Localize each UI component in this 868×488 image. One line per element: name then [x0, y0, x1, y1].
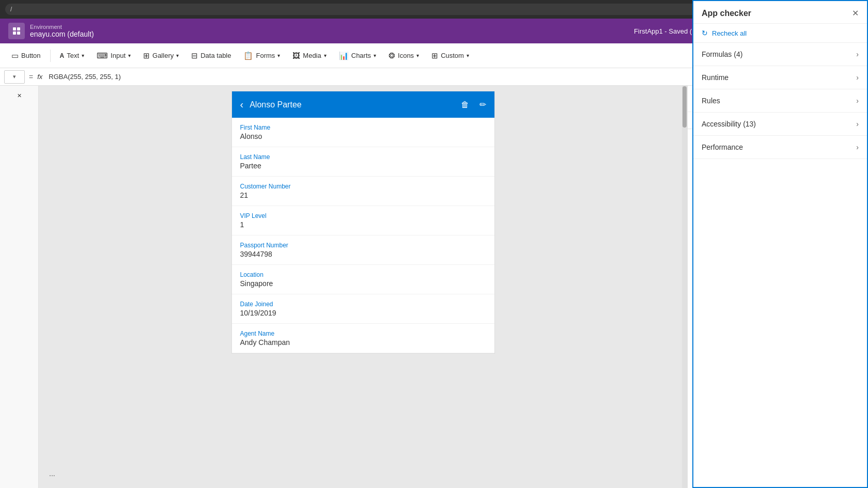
date-joined-label: Date Joined: [240, 301, 486, 308]
env-text: Environment enayu.com (default): [30, 24, 94, 38]
charts-tool-label: Charts: [351, 52, 371, 59]
button-tool-icon: ▭: [11, 51, 19, 60]
icons-tool-label: Icons: [398, 52, 414, 59]
close-panel-btn[interactable]: ✕: [6, 90, 32, 102]
detail-delete-button[interactable]: 🗑: [461, 100, 469, 109]
customer-number-value: 21: [240, 191, 486, 199]
main-area: ✕ ‹ Alonso Partee 🗑 ✏ First Name Alonso …: [0, 86, 868, 488]
forms-tool-icon: 📋: [243, 51, 253, 60]
gallery-tool[interactable]: ⊞ Gallery ▾: [138, 49, 184, 63]
recheck-label: Recheck all: [712, 29, 747, 37]
detail-card: ‹ Alonso Partee 🗑 ✏ First Name Alonso La…: [231, 91, 495, 354]
rules-arrow: ›: [856, 97, 859, 105]
gallery-tool-chevron: ▾: [176, 53, 179, 58]
passport-label: Passport Number: [240, 242, 486, 249]
icons-tool[interactable]: ❂ Icons ▾: [383, 49, 424, 63]
custom-tool[interactable]: ⊞ Custom ▾: [426, 49, 474, 63]
checker-close-button[interactable]: ✕: [852, 8, 859, 18]
canvas-scrollbar-thumb: [683, 86, 687, 128]
formula-fx-label: fx: [37, 73, 42, 81]
detail-fields: First Name Alonso Last Name Partee Custo…: [232, 118, 494, 353]
detail-field-first-name: First Name Alonso: [232, 118, 494, 147]
datatable-tool-icon: ⊟: [191, 51, 198, 60]
icons-tool-icon: ❂: [389, 51, 395, 60]
custom-tool-chevron: ▾: [467, 53, 469, 58]
more-icon: ...: [49, 469, 55, 478]
runtime-arrow: ›: [856, 73, 859, 82]
text-tool[interactable]: A Text ▾: [55, 49, 90, 62]
forms-tool[interactable]: 📋 Forms ▾: [238, 49, 285, 63]
separator-1: [50, 50, 51, 62]
checker-header: App checker ✕: [693, 1, 867, 24]
input-tool[interactable]: ⌨ Input ▾: [91, 49, 136, 63]
env-label: Environment: [30, 24, 94, 30]
left-panel: ✕: [0, 86, 39, 488]
vip-level-value: 1: [240, 221, 486, 229]
detail-field-date-joined: Date Joined 10/19/2019: [232, 294, 494, 324]
detail-back-button[interactable]: ‹: [240, 99, 244, 111]
performance-arrow: ›: [856, 143, 859, 151]
detail-field-vip-level: VIP Level 1: [232, 206, 494, 235]
icons-tool-chevron: ▾: [416, 53, 419, 58]
datatable-tool-label: Data table: [200, 52, 231, 59]
custom-tool-icon: ⊞: [431, 51, 438, 60]
datatable-tool[interactable]: ⊟ Data table: [186, 49, 236, 63]
charts-tool[interactable]: 📊 Charts ▾: [334, 49, 381, 63]
accessibility-arrow: ›: [856, 120, 859, 128]
formulas-label: Formulas (4): [702, 50, 742, 58]
browser-url[interactable]: /: [5, 4, 796, 15]
svg-rect-0: [13, 27, 16, 30]
location-label: Location: [240, 271, 486, 278]
checker-section-accessibility[interactable]: Accessibility (13) ›: [693, 113, 867, 136]
formula-eq-symbol: =: [29, 73, 33, 81]
agent-name-label: Agent Name: [240, 330, 486, 337]
forms-tool-label: Forms: [256, 52, 275, 59]
forms-tool-chevron: ▾: [277, 53, 280, 58]
checker-section-performance[interactable]: Performance ›: [693, 136, 867, 159]
input-tool-icon: ⌨: [97, 51, 108, 60]
first-name-label: First Name: [240, 124, 486, 131]
checker-section-rules[interactable]: Rules ›: [693, 89, 867, 113]
detail-field-last-name: Last Name Partee: [232, 147, 494, 177]
checker-section-runtime[interactable]: Runtime ›: [693, 66, 867, 89]
custom-tool-label: Custom: [441, 52, 464, 59]
first-name-value: Alonso: [240, 132, 486, 140]
checker-section-formulas[interactable]: Formulas (4) ›: [693, 43, 867, 66]
recheck-all-row[interactable]: ↻ Recheck all: [693, 24, 867, 43]
detail-field-agent-name: Agent Name Andy Champan: [232, 324, 494, 353]
more-button[interactable]: ...: [49, 469, 55, 478]
formula-dropdown-label: ▾: [13, 73, 16, 80]
input-tool-label: Input: [111, 52, 126, 59]
accessibility-label: Accessibility (13): [702, 120, 756, 128]
media-tool-chevron: ▾: [324, 53, 327, 58]
svg-rect-3: [17, 32, 20, 35]
detail-edit-button[interactable]: ✏: [479, 100, 486, 109]
canvas-area: ‹ Alonso Partee 🗑 ✏ First Name Alonso La…: [39, 86, 687, 488]
canvas-scrollbar[interactable]: [682, 86, 687, 488]
customer-number-label: Customer Number: [240, 183, 486, 190]
detail-field-location: Location Singapore: [232, 265, 494, 294]
env-name: enayu.com (default): [30, 30, 94, 38]
performance-label: Performance: [702, 143, 743, 151]
gallery-tool-label: Gallery: [152, 52, 174, 59]
detail-header: ‹ Alonso Partee 🗑 ✏: [232, 91, 494, 118]
input-tool-chevron: ▾: [128, 53, 131, 58]
close-icon: ✕: [17, 92, 22, 99]
env-info: Environment enayu.com (default): [8, 23, 94, 39]
agent-name-value: Andy Champan: [240, 338, 486, 347]
vip-level-label: VIP Level: [240, 212, 486, 219]
media-tool-label: Media: [303, 52, 321, 59]
text-tool-chevron: ▾: [82, 53, 84, 58]
svg-rect-1: [17, 27, 20, 30]
text-tool-label: Text: [67, 52, 79, 59]
date-joined-value: 10/19/2019: [240, 309, 486, 317]
app-checker-panel: App checker ✕ ↻ Recheck all Formulas (4)…: [692, 0, 868, 488]
detail-title: Alonso Partee: [250, 100, 450, 109]
last-name-label: Last Name: [240, 153, 486, 161]
media-tool[interactable]: 🖼 Media ▾: [287, 49, 331, 62]
formula-dropdown[interactable]: ▾: [4, 70, 25, 84]
detail-field-customer-number: Customer Number 21: [232, 177, 494, 206]
env-icon: [8, 23, 25, 39]
text-tool-icon: A: [60, 52, 65, 59]
button-tool[interactable]: ▭ Button: [6, 49, 46, 63]
